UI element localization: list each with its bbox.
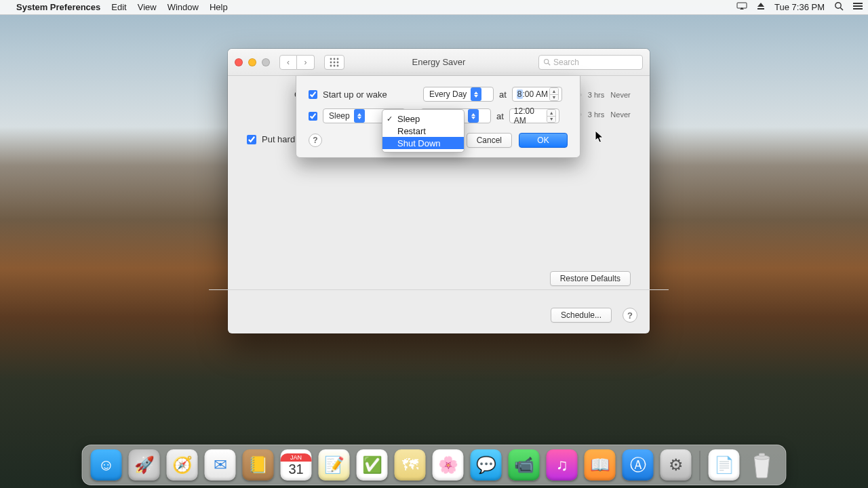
menu-view[interactable]: View (138, 2, 157, 12)
svg-point-9 (337, 58, 339, 60)
svg-rect-19 (760, 453, 765, 456)
dock-system-prefs[interactable]: ⚙ (660, 449, 692, 481)
popup-arrows-icon (471, 87, 481, 101)
dock-trash[interactable] (747, 449, 778, 481)
close-button[interactable] (235, 58, 243, 66)
dock-documents[interactable]: 📄 (709, 449, 740, 481)
dock-photos[interactable]: 🌸 (433, 449, 464, 481)
popup-arrows-icon (468, 109, 479, 123)
menu-window[interactable]: Window (167, 2, 199, 12)
action-time-stepper[interactable]: ▲▼ (547, 109, 555, 123)
menu-help[interactable]: Help (210, 2, 228, 12)
svg-rect-5 (853, 5, 863, 7)
dock-separator (700, 451, 701, 481)
dock-facetime[interactable]: 📹 (509, 449, 540, 481)
dock-launchpad[interactable]: 🚀 (129, 449, 160, 481)
dock-contacts[interactable]: 📒 (243, 449, 274, 481)
zoom-button[interactable] (262, 58, 270, 66)
energy-saver-window: ‹ › Energy Saver Search Compu 3 hrs Neve… (228, 49, 650, 333)
startup-time-hour: 8 (517, 89, 523, 99)
menu-edit[interactable]: Edit (111, 2, 126, 12)
startup-label: Start up or wake (323, 89, 391, 100)
eject-icon[interactable] (757, 2, 765, 12)
popup-arrows-icon (354, 109, 365, 123)
dock-mail[interactable]: ✉ (205, 449, 236, 481)
dock-finder[interactable]: ☺ (91, 449, 122, 481)
dock-messages[interactable]: 💬 (471, 449, 502, 481)
at-label-2: at (496, 111, 504, 121)
dock-calendar[interactable]: JAN 31 (281, 449, 312, 481)
svg-point-14 (334, 64, 336, 66)
back-button[interactable]: ‹ (279, 55, 297, 70)
svg-rect-4 (853, 3, 863, 4)
svg-point-16 (545, 60, 549, 64)
hard-disk-sleep-input[interactable] (247, 135, 256, 144)
calendar-month: JAN (281, 453, 312, 462)
menu-item-restart[interactable]: Restart (382, 125, 464, 137)
sheet-help-button[interactable]: ? (309, 134, 322, 147)
dock-itunes[interactable]: ♫ (547, 449, 578, 481)
forward-button[interactable]: › (297, 55, 315, 70)
startup-day-value: Every Day (429, 89, 467, 99)
search-placeholder: Search (553, 58, 579, 67)
dock-notes[interactable]: 📝 (319, 449, 350, 481)
action-popup-value: Sleep (329, 111, 350, 121)
calendar-day: 31 (288, 462, 303, 477)
app-menu[interactable]: System Preferences (16, 2, 100, 12)
dock: ☺ 🚀 🧭 ✉ 📒 JAN 31 📝 ✅ 🗺 🌸 💬 📹 ♫ 📖 Ⓐ ⚙ 📄 (82, 445, 787, 485)
slider-tick-3hrs-2: 3 hrs (586, 110, 606, 119)
search-field[interactable]: Search (538, 55, 643, 70)
startup-checkbox[interactable] (309, 90, 317, 99)
dock-safari[interactable]: 🧭 (167, 449, 198, 481)
slider-tick-3hrs: 3 hrs (586, 91, 606, 99)
svg-rect-1 (757, 8, 764, 9)
svg-point-15 (337, 64, 339, 66)
slider-tick-never-2: Never (610, 110, 631, 119)
ok-button[interactable]: OK (519, 133, 568, 148)
airplay-icon[interactable] (736, 2, 747, 12)
notification-center-icon[interactable] (853, 2, 863, 12)
slider-tick-never: Never (610, 91, 631, 99)
svg-point-7 (330, 58, 332, 60)
action-menu: ✓ Sleep Restart Shut Down (382, 109, 465, 152)
action-checkbox[interactable] (309, 112, 317, 121)
svg-point-10 (330, 61, 332, 63)
action-time-value: 12:00 AM (514, 106, 547, 125)
svg-point-8 (334, 58, 336, 60)
divider (209, 289, 669, 290)
schedule-sheet: Start up or wake Every Day at 8:00 AM ▲▼… (296, 76, 580, 158)
dock-appstore[interactable]: Ⓐ (623, 449, 654, 481)
svg-line-3 (840, 7, 843, 10)
dock-maps[interactable]: 🗺 (395, 449, 426, 481)
restore-defaults-button[interactable]: Restore Defaults (550, 271, 631, 286)
minimize-button[interactable] (248, 58, 256, 66)
dock-ibooks[interactable]: 📖 (585, 449, 616, 481)
svg-point-11 (334, 61, 336, 63)
spotlight-icon[interactable] (834, 1, 844, 13)
menu-bar: System Preferences Edit View Window Help… (0, 0, 868, 15)
dock-reminders[interactable]: ✅ (357, 449, 388, 481)
startup-time-field[interactable]: 8:00 AM ▲▼ (512, 87, 562, 102)
action-time-field[interactable]: 12:00 AM ▲▼ (509, 108, 559, 123)
menu-item-sleep[interactable]: ✓ Sleep (382, 113, 464, 125)
show-all-button[interactable] (324, 55, 344, 70)
svg-rect-0 (737, 3, 747, 8)
svg-rect-6 (853, 8, 863, 9)
search-icon (543, 58, 551, 66)
window-traffic-lights (235, 58, 270, 66)
svg-point-2 (835, 3, 841, 8)
menubar-clock[interactable]: Tue 7:36 PM (774, 2, 825, 12)
check-icon: ✓ (387, 115, 393, 123)
svg-point-13 (330, 64, 332, 66)
schedule-button[interactable]: Schedule... (551, 308, 612, 323)
svg-point-12 (337, 61, 339, 63)
help-button[interactable]: ? (623, 308, 637, 323)
menu-item-shutdown[interactable]: Shut Down (382, 137, 464, 149)
window-titlebar[interactable]: ‹ › Energy Saver Search (228, 49, 650, 76)
at-label-1: at (499, 89, 507, 100)
startup-time-rest: :00 AM (523, 89, 548, 99)
cancel-button[interactable]: Cancel (467, 133, 512, 148)
svg-line-17 (548, 63, 550, 65)
startup-time-stepper[interactable]: ▲▼ (549, 87, 559, 101)
startup-day-popup[interactable]: Every Day (423, 87, 494, 102)
